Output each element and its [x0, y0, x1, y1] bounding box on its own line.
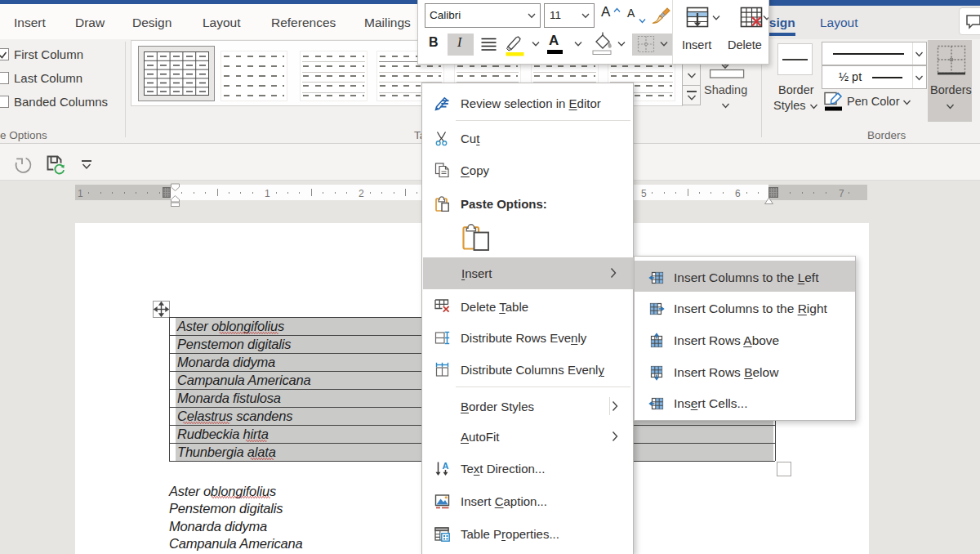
svg-text:A: A	[443, 461, 449, 471]
